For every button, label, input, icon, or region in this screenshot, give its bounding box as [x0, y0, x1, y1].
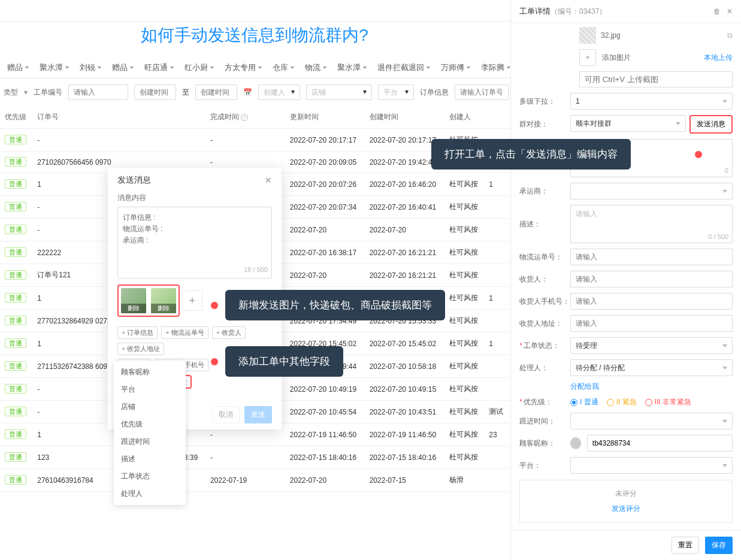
callout-3: 添加工单中其他字段	[225, 346, 343, 377]
table-cell: 2022-07-20 20:07:26	[285, 173, 365, 196]
nav-item[interactable]: 刘锐	[80, 62, 101, 73]
assign-to-me-link[interactable]: 分配给我	[570, 382, 599, 391]
field-chip[interactable]: 收货人地址	[117, 343, 164, 355]
close-icon[interactable]: ✕	[727, 7, 733, 16]
paste-screenshot-input[interactable]	[579, 71, 733, 87]
priority-urgent-radio[interactable]: II 紧急	[607, 397, 637, 407]
dropdown-item[interactable]: 描述	[114, 450, 186, 468]
table-cell: 杜可风按	[444, 264, 485, 287]
group-select[interactable]: 顺丰对接群	[570, 115, 686, 132]
delete-icon[interactable]: 🗑	[713, 7, 721, 16]
help-icon[interactable]: ?	[241, 114, 248, 121]
send-message-button[interactable]: 发送消息	[689, 115, 733, 134]
table-cell: 杜可风按	[444, 196, 485, 219]
filter-date-from[interactable]	[134, 84, 176, 100]
table-header: 完成时间?	[205, 106, 285, 129]
table-cell: 普通	[0, 355, 32, 378]
table-cell	[484, 219, 509, 241]
platform-select[interactable]	[570, 457, 733, 474]
table-row[interactable]: 普通123-2022-07-18 18:39-2022-07-15 18:40:…	[0, 446, 509, 469]
field-chip[interactable]: 物流运单号	[161, 326, 208, 339]
filter-date-to[interactable]	[195, 84, 237, 100]
table-cell: 2022-07-19 11:46:50	[365, 423, 444, 446]
nav-item[interactable]: 聚水潭	[337, 62, 367, 73]
dropdown-item[interactable]: 处理人	[114, 485, 186, 503]
table-cell: 普通	[0, 219, 32, 241]
thumb-delete-2[interactable]: 删除	[151, 304, 176, 313]
handler-select[interactable]: 待分配 / 待分配	[570, 359, 733, 376]
reset-button[interactable]: 重置	[672, 537, 699, 554]
chevron-down-icon[interactable]: ▾	[24, 88, 28, 96]
rating-box: 未评分 发送评分	[519, 480, 733, 523]
priority-very-urgent-radio[interactable]: III 非常紧急	[645, 397, 691, 407]
nav-item[interactable]: 赠品	[112, 62, 134, 73]
table-cell	[484, 264, 509, 287]
image-attachments: 删除 删除	[117, 284, 180, 317]
dropdown-item[interactable]: 平台	[114, 381, 186, 398]
nav-item[interactable]: 物流	[305, 62, 326, 73]
filter-type-label: 类型	[4, 87, 18, 98]
attachment-thumb[interactable]	[579, 27, 596, 44]
message-textarea[interactable]: 订单信息 : 物流运单号 : 承运商 : 18 / 500	[117, 207, 272, 279]
nav-item[interactable]: 红小厨	[185, 62, 214, 73]
callout-pointer-3	[695, 151, 702, 158]
priority-normal-radio[interactable]: I 普通	[570, 397, 598, 407]
modal-close-icon[interactable]: ✕	[265, 175, 272, 185]
dropdown-item[interactable]: 店铺	[114, 398, 186, 416]
thumb-delete-1[interactable]: 删除	[121, 304, 146, 313]
table-cell: 普通	[0, 332, 32, 355]
nav-item[interactable]: 仓库	[273, 62, 294, 73]
dropdown-item[interactable]: 优先级	[114, 416, 186, 433]
nav-item[interactable]: 赠品	[7, 62, 29, 73]
local-upload-link[interactable]: 本地上传	[704, 53, 733, 63]
send-rating-link[interactable]: 发送评分	[528, 504, 724, 514]
add-attachment-button[interactable]: +	[182, 290, 202, 311]
attachment-thumb-2[interactable]: 删除	[151, 288, 176, 313]
calendar-icon[interactable]: 📅	[243, 88, 252, 96]
carrier-select[interactable]	[570, 183, 733, 199]
field-follow-label: 跟进时间：	[519, 416, 570, 426]
attachment-thumb-1[interactable]: 删除	[121, 288, 146, 313]
attachment-view-icon[interactable]: ⧉	[727, 31, 733, 40]
table-header: 订单号	[32, 106, 123, 129]
table-row[interactable]: 普通27610463916784--2022-07-192022-07-2020…	[0, 469, 509, 492]
follow-time-select[interactable]	[570, 413, 733, 429]
field-status-label: 工单状态：	[519, 341, 570, 351]
trackno-input[interactable]	[570, 249, 733, 265]
table-cell: 2022-07-20 20:07:34	[285, 196, 365, 219]
dropdown-item[interactable]: 工单状态	[114, 468, 186, 485]
filter-order-input[interactable]	[455, 84, 509, 100]
save-button[interactable]: 保存	[705, 537, 733, 554]
nav-item[interactable]: 退件拦截退回	[377, 62, 430, 73]
table-cell: 2022-07-19	[205, 469, 285, 492]
table-cell: 2022-07-20 16:46:20	[365, 173, 444, 196]
phone-input[interactable]	[570, 293, 733, 310]
modal-cancel-button[interactable]: 取消	[212, 406, 240, 423]
table-header	[484, 106, 509, 129]
filter-shop-select[interactable]: 店铺▾	[306, 84, 372, 100]
dropdown-item[interactable]: 顾客昵称	[114, 364, 186, 381]
filter-platform-select[interactable]: 平台▾	[378, 84, 414, 100]
table-cell: 2022-07-20 16:40:41	[365, 196, 444, 219]
addr-input[interactable]	[570, 315, 733, 332]
nav-item[interactable]: 万师傅	[441, 62, 470, 73]
table-cell: 2022-07-15	[365, 469, 444, 492]
desc-textarea[interactable]: 请输入0 / 500	[570, 205, 733, 243]
nick-input[interactable]	[587, 435, 733, 452]
field-chip[interactable]: 订单信息	[117, 326, 158, 339]
filter-ticket-id-input[interactable]	[68, 84, 128, 100]
field-desc-label: 描述：	[519, 219, 570, 229]
field-chip[interactable]: 收货人	[212, 326, 246, 339]
nav-item[interactable]: 聚水潭	[40, 62, 69, 73]
table-cell: 2022-07-20	[285, 469, 365, 492]
recv-input[interactable]	[570, 271, 733, 287]
modal-send-button[interactable]: 发送	[244, 406, 272, 423]
multi-select[interactable]: 1	[570, 93, 733, 110]
add-image-button[interactable]: +	[579, 49, 596, 66]
nav-item[interactable]: 李际腾	[481, 62, 510, 73]
nav-item[interactable]: 方太专用	[225, 62, 262, 73]
nav-item[interactable]: 旺店通	[144, 62, 174, 73]
filter-creator-select[interactable]: 创建人▾	[258, 84, 300, 100]
dropdown-item[interactable]: 跟进时间	[114, 433, 186, 450]
status-select[interactable]: 待受理	[570, 337, 733, 354]
